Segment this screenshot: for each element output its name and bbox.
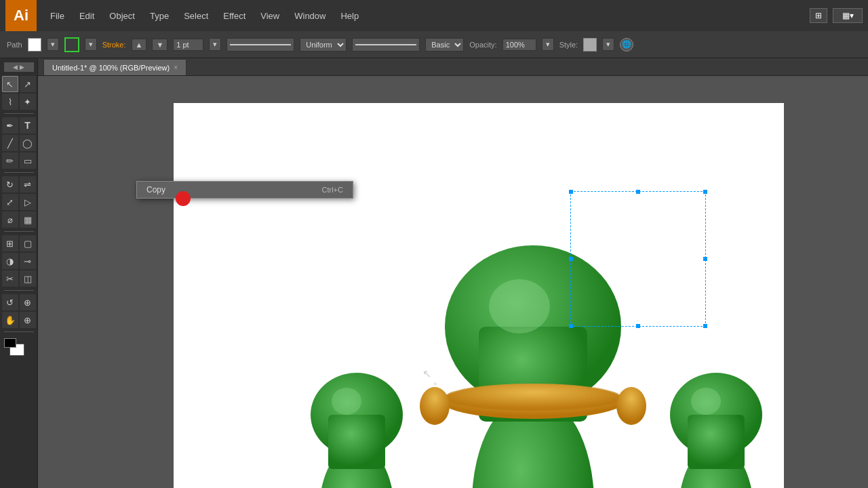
- opacity-label: Opacity:: [469, 41, 496, 49]
- recording-indicator: [176, 191, 191, 206]
- toolbox-collapse[interactable]: ◀ ▶: [4, 62, 34, 72]
- style-dropdown[interactable]: ▾: [602, 38, 614, 51]
- selection-tool[interactable]: ↖: [2, 76, 18, 92]
- shear-tool[interactable]: ▷: [20, 194, 36, 210]
- blend-tool[interactable]: ⌀: [2, 211, 18, 228]
- stroke-style-line: [226, 38, 294, 52]
- fill-stroke-swatches: [4, 338, 34, 363]
- menu-bar: Ai File Edit Object Type Select Effect V…: [0, 0, 868, 31]
- menu-select[interactable]: Select: [177, 8, 215, 24]
- stroke-label: Stroke:: [102, 41, 126, 49]
- context-menu-copy[interactable]: Copy Ctrl+C: [137, 182, 353, 198]
- pencil-tool[interactable]: ✏: [2, 152, 18, 169]
- gradient-tool[interactable]: ◑: [2, 253, 18, 269]
- copy-label: Copy: [146, 185, 165, 195]
- menu-effect[interactable]: Effect: [216, 8, 252, 24]
- canvas-area[interactable]: ↖ + Copy Ctrl+C: [38, 76, 868, 488]
- mesh-tool[interactable]: ⊞: [2, 235, 18, 251]
- tab-bar: Untitled-1* @ 100% (RGB/Preview) ×: [38, 58, 868, 76]
- stroke-down[interactable]: ▼: [152, 39, 167, 51]
- basic-select[interactable]: Basic: [425, 38, 464, 52]
- uniform-select[interactable]: Uniform: [300, 38, 347, 52]
- fill-swatch[interactable]: [28, 38, 41, 52]
- scissors-tool[interactable]: ✂: [2, 270, 18, 287]
- basic-line: [352, 38, 420, 52]
- document-area: Untitled-1* @ 100% (RGB/Preview) ×: [38, 58, 868, 488]
- style-swatch[interactable]: [583, 38, 597, 52]
- document-tab[interactable]: Untitled-1* @ 100% (RGB/Preview) ×: [43, 59, 186, 75]
- stroke-dropdown[interactable]: ▾: [85, 38, 97, 51]
- hand-tool[interactable]: ✋: [2, 312, 18, 328]
- stroke-value[interactable]: [173, 39, 203, 51]
- stroke-indicator[interactable]: [4, 338, 16, 348]
- path-label: Path: [7, 41, 22, 49]
- menu-type[interactable]: Type: [143, 8, 176, 24]
- menu-edit[interactable]: Edit: [73, 8, 101, 24]
- rotate-tool[interactable]: ↻: [2, 176, 18, 192]
- reflect-tool[interactable]: ⇌: [20, 176, 36, 192]
- eraser-tool[interactable]: ▭: [20, 152, 36, 169]
- fill-dropdown[interactable]: ▾: [47, 38, 59, 51]
- eyedropper-tool[interactable]: ⊸: [20, 253, 36, 269]
- menu-view[interactable]: View: [254, 8, 286, 24]
- stroke-up[interactable]: ▲: [132, 39, 147, 51]
- tab-close-button[interactable]: ×: [174, 64, 178, 71]
- rotate-view-tool[interactable]: ↺: [2, 294, 18, 310]
- scale-tool[interactable]: ⤢: [2, 194, 18, 210]
- magic-wand-tool[interactable]: ✦: [20, 94, 36, 110]
- layout-icon[interactable]: ▦▾: [833, 8, 863, 23]
- shape-builder-tool[interactable]: ▢: [20, 235, 36, 251]
- artboard: [174, 103, 784, 488]
- pen-tool[interactable]: ✒: [2, 117, 18, 134]
- line-tool[interactable]: ╱: [2, 135, 18, 151]
- menu-object[interactable]: Object: [102, 8, 142, 24]
- menu-window[interactable]: Window: [288, 8, 332, 24]
- column-graph-tool[interactable]: ▦: [20, 211, 36, 228]
- view-icon[interactable]: ⊞: [810, 8, 827, 23]
- artboard-tool[interactable]: ◫: [20, 270, 36, 287]
- copy-shortcut: Ctrl+C: [322, 186, 343, 194]
- zoom-tool-2[interactable]: ⊕: [20, 312, 36, 328]
- stroke-unit-dropdown[interactable]: ▾: [209, 38, 221, 51]
- style-label: Style:: [559, 41, 578, 49]
- direct-selection-tool[interactable]: ↗: [20, 76, 36, 92]
- zoom-tool[interactable]: ⊕: [20, 294, 36, 310]
- ellipse-tool[interactable]: ◯: [20, 135, 36, 151]
- control-bar: Path ▾ ▾ Stroke: ▲ ▼ ▾ Uniform Basic Opa…: [0, 31, 868, 58]
- stroke-swatch[interactable]: [64, 37, 79, 52]
- text-tool[interactable]: T: [20, 117, 36, 134]
- tab-title: Untitled-1* @ 100% (RGB/Preview): [52, 64, 170, 72]
- app-logo: Ai: [5, 0, 37, 31]
- lasso-tool[interactable]: ⌇: [2, 94, 18, 110]
- menu-help[interactable]: Help: [334, 8, 366, 24]
- globe-icon[interactable]: 🌐: [620, 38, 633, 52]
- opacity-dropdown[interactable]: ▾: [542, 38, 554, 51]
- main-area: ◀ ▶ ↖ ↗ ⌇ ✦ ✒ T ╱ ◯ ✏ ▭ ↻ ⇌ ⤢ ▷: [0, 58, 868, 488]
- context-menu[interactable]: Copy Ctrl+C: [136, 181, 353, 199]
- menu-file[interactable]: File: [43, 8, 71, 24]
- opacity-value[interactable]: [502, 39, 536, 51]
- toolbox: ◀ ▶ ↖ ↗ ⌇ ✦ ✒ T ╱ ◯ ✏ ▭ ↻ ⇌ ⤢ ▷: [0, 58, 38, 488]
